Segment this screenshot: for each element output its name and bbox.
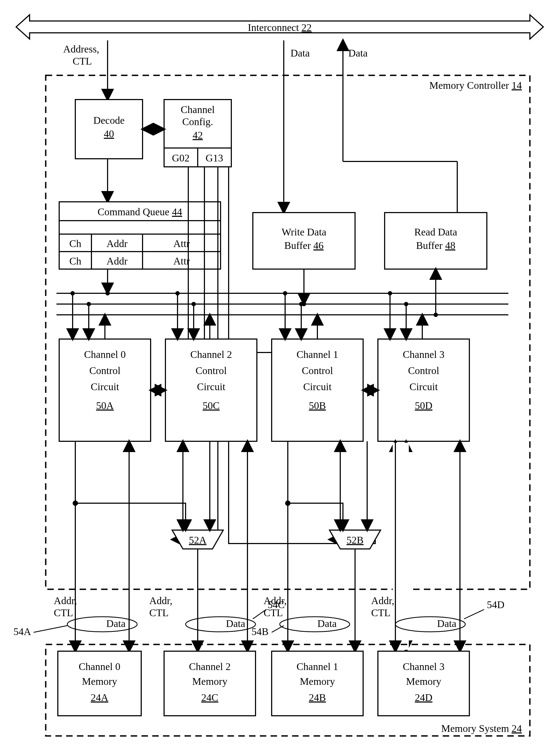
- mem-2: Channel 2 Memory 24C: [164, 651, 256, 716]
- svg-text:Channel: Channel: [181, 104, 215, 115]
- svg-text:24C: 24C: [201, 692, 218, 703]
- svg-text:Channel 2: Channel 2: [190, 349, 232, 360]
- mux-52b: 52B: [329, 530, 381, 549]
- ext-ctl: CTL: [73, 55, 92, 67]
- channel-3-control: Channel 3 Control Circuit 50D: [378, 339, 469, 441]
- lbl-54c: 54C: [268, 599, 284, 610]
- svg-point-27: [105, 291, 110, 295]
- svg-text:24B: 24B: [309, 692, 326, 703]
- svg-text:Command Queue 44: Command Queue 44: [98, 206, 182, 217]
- svg-text:50A: 50A: [96, 400, 114, 411]
- svg-point-29: [434, 313, 438, 317]
- command-queue-block: Command Queue 44 Ch Addr Attr Ch Addr At…: [59, 202, 221, 269]
- ext-addr: Address,: [63, 43, 99, 55]
- svg-point-101: [67, 617, 137, 632]
- svg-text:Control: Control: [302, 365, 333, 376]
- svg-text:CTL: CTL: [54, 607, 73, 618]
- mem-3: Channel 3 Memory 24D: [378, 651, 469, 716]
- ext-data-down: Data: [291, 47, 310, 59]
- decode-ref: 40: [104, 128, 114, 139]
- svg-text:Channel 2: Channel 2: [189, 661, 231, 672]
- channel-2-control: Channel 2 Control Circuit 50C: [165, 339, 257, 441]
- cfg-g13: G13: [205, 152, 223, 164]
- mem-0: Channel 0 Memory 24A: [58, 651, 141, 716]
- svg-text:24A: 24A: [91, 692, 108, 703]
- svg-text:Buffer 46: Buffer 46: [284, 240, 324, 251]
- svg-text:52B: 52B: [346, 534, 363, 546]
- mux-52a: 52A: [172, 530, 223, 549]
- interconnect-ref: 22: [301, 22, 312, 33]
- hbus: [57, 293, 508, 315]
- svg-text:Control: Control: [408, 365, 439, 376]
- svg-text:Channel 1: Channel 1: [296, 349, 338, 360]
- lbl-54b: 54B: [252, 626, 268, 637]
- svg-text:42: 42: [193, 130, 203, 141]
- svg-text:Ch: Ch: [69, 255, 81, 266]
- svg-text:Channel 0: Channel 0: [84, 349, 126, 360]
- svg-text:Control: Control: [196, 365, 227, 376]
- lbl-54a: 54A: [14, 626, 31, 637]
- svg-text:Interconnect
     
    22: Interconnect 22: [248, 22, 312, 33]
- svg-text:Circuit: Circuit: [409, 381, 438, 392]
- svg-text:CTL: CTL: [371, 607, 391, 618]
- svg-point-73: [73, 501, 78, 505]
- svg-text:50B: 50B: [309, 400, 326, 411]
- svg-text:50C: 50C: [202, 400, 219, 411]
- svg-text:Addr: Addr: [106, 238, 127, 249]
- svg-text:Memory: Memory: [82, 676, 117, 687]
- svg-text:24D: 24D: [415, 692, 432, 703]
- svg-text:Config.: Config.: [182, 116, 213, 127]
- svg-text:Data: Data: [437, 618, 457, 629]
- svg-text:Addr,: Addr,: [54, 595, 77, 606]
- channel-0-control: Channel 0 Control Circuit 50A: [59, 339, 151, 441]
- interconnect-label: Interconnect: [248, 22, 299, 33]
- interconnect-bus: Interconnect 22: [16, 15, 543, 39]
- svg-text:Channel 0: Channel 0: [79, 661, 120, 672]
- svg-text:CTL: CTL: [149, 607, 169, 618]
- svg-point-80: [286, 501, 290, 505]
- bus-to-channels: [73, 293, 422, 339]
- svg-text:Channel 1: Channel 1: [296, 661, 338, 672]
- svg-text:Addr,: Addr,: [371, 595, 394, 606]
- svg-text:Addr,: Addr,: [149, 595, 173, 606]
- svg-text:Attr: Attr: [173, 255, 190, 266]
- svg-text:Circuit: Circuit: [303, 381, 332, 392]
- mc-title: Memory Controller 14: [429, 80, 522, 91]
- ext-data-up: Data: [348, 47, 368, 59]
- svg-point-103: [280, 617, 350, 632]
- svg-text:52A: 52A: [189, 534, 206, 546]
- svg-text:Ch: Ch: [69, 238, 81, 249]
- svg-text:Channel 3: Channel 3: [403, 349, 444, 360]
- svg-text:Memory: Memory: [406, 676, 441, 687]
- svg-text:Circuit: Circuit: [91, 381, 119, 392]
- mem-1: Channel 1 Memory 24B: [272, 651, 363, 716]
- svg-text:Memory: Memory: [300, 676, 335, 687]
- decode-label: Decode: [93, 115, 124, 126]
- svg-text:Channel 3: Channel 3: [403, 661, 444, 672]
- svg-text:50D: 50D: [415, 400, 432, 411]
- channel-1-control: Channel 1 Control Circuit 50B: [272, 339, 363, 441]
- svg-text:Attr: Attr: [173, 238, 190, 249]
- svg-text:Circuit: Circuit: [197, 381, 225, 392]
- channel-config-block: Channel Config. 42 G02 G13: [164, 100, 231, 167]
- svg-text:Addr: Addr: [106, 255, 127, 266]
- svg-text:Data: Data: [317, 618, 337, 629]
- cfg-g02: G02: [172, 152, 189, 164]
- rbuf-l1: Read Data: [414, 226, 457, 238]
- svg-text:Data: Data: [226, 618, 245, 629]
- svg-text:Buffer 48: Buffer 48: [416, 240, 455, 251]
- svg-text:Memory: Memory: [192, 676, 227, 687]
- svg-text:Data: Data: [106, 618, 126, 629]
- wbuf-l1: Write Data: [282, 226, 326, 238]
- lbl-54d: 54D: [487, 599, 504, 610]
- ms-title: Memory System 24: [441, 723, 522, 734]
- svg-text:Control: Control: [89, 365, 120, 376]
